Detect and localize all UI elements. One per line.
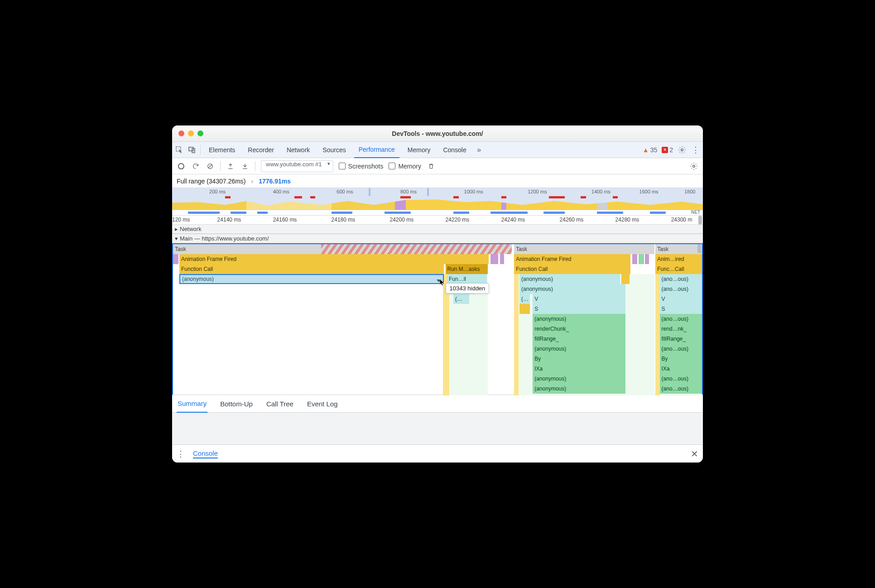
upload-button[interactable] [226,162,235,171]
tab-memory[interactable]: Memory [403,142,435,158]
flame-entry[interactable]: (anonymous) [519,274,620,284]
breadcrumb-current[interactable]: 1776.91ms [259,178,291,185]
scrollbar-thumb[interactable] [698,216,702,225]
net-bar [231,212,246,214]
tab-console[interactable]: Console [438,142,471,158]
screenshots-checkbox[interactable]: Screenshots [339,163,384,170]
warnings-badge[interactable]: ▲ 35 [643,146,657,154]
flame-animation-frame[interactable]: Anim…ired [655,254,702,264]
window-title: DevTools - www.youtube.com/ [172,130,703,137]
flame-entry[interactable]: (ano…ous) [660,344,702,354]
flame-function-call[interactable]: Func…Call [655,264,702,274]
drawer-console-tab[interactable]: Console [193,449,218,458]
overview-tick: 800 ms [400,189,417,194]
detail-tick: 24140 ms [217,217,241,223]
device-toggle-icon[interactable] [188,145,197,154]
tab-sources[interactable]: Sources [318,142,350,158]
settings-icon[interactable] [678,145,687,154]
network-track-head[interactable]: ▸ Network [172,225,703,234]
flame-entry[interactable]: (ano…ous) [660,284,702,294]
flame-entry[interactable]: V [533,294,625,304]
flame-entry[interactable]: renderChunk_ [533,324,625,334]
collect-garbage-button[interactable] [427,162,436,171]
flame-entry[interactable]: (ano…ous) [660,274,702,284]
detail-ruler[interactable]: 120 ms 24140 ms 24160 ms 24180 ms 24200 … [172,216,703,225]
kebab-icon[interactable]: ⋮ [691,145,700,154]
flame-entry[interactable]: IXa [533,364,625,374]
flame-entry[interactable]: (ano…ous) [660,384,702,394]
flame-chart[interactable]: Task Animation Frame Fired Function Call… [172,243,703,395]
flame-entry[interactable]: By [660,354,702,364]
timeline-overview[interactable]: 200 ms 400 ms 600 ms 800 ms 1000 ms 1200… [172,188,703,216]
tab-performance[interactable]: Performance [354,142,399,158]
flame-entry[interactable]: Fun…ll [447,274,487,284]
flame-animation-frame[interactable]: Animation Frame Fired [179,254,489,264]
tab-recorder[interactable]: Recorder [243,142,279,158]
flame-entry[interactable]: By [533,354,625,364]
tab-elements[interactable]: Elements [204,142,240,158]
flame-task-warn[interactable] [321,244,511,254]
errors-badge[interactable]: × 2 [662,146,673,154]
tab-call-tree[interactable]: Call Tree [265,395,294,413]
clear-button[interactable] [206,162,215,171]
flame-entry[interactable]: S [660,304,702,314]
flame-anonymous-selected[interactable]: (anonymous) [179,274,444,284]
flame-entry[interactable]: (anonymous) [519,284,625,294]
flame-entry[interactable]: IXa [660,364,702,374]
flame-function-call[interactable]: Function Call [514,264,630,274]
flame-entry[interactable] [645,254,649,264]
tab-network[interactable]: Network [282,142,314,158]
tab-event-log[interactable]: Event Log [306,395,339,413]
flame-entry[interactable]: (anonymous) [533,314,625,324]
hot-marker [400,196,411,198]
reload-button[interactable] [191,162,200,171]
flame-entry[interactable] [519,304,530,314]
flame-entry[interactable] [490,254,499,264]
capture-settings-icon[interactable] [689,162,698,171]
record-button[interactable] [177,162,186,171]
flame-entry[interactable]: (anonymous) [533,384,625,394]
checkbox-icon [339,163,346,169]
overflow-icon[interactable]: » [475,145,484,154]
flame-task[interactable]: Task [514,244,654,254]
flame-entry[interactable] [639,254,644,264]
breadcrumb-full[interactable]: Full range (34307.26ms) [177,178,246,185]
scrollbar-thumb[interactable] [697,244,701,253]
flame-entry[interactable] [632,254,638,264]
devtools-window: DevTools - www.youtube.com/ Elements Rec… [172,125,703,463]
flame-task[interactable]: Task [655,244,702,254]
main-track-head[interactable]: ▾ Main — https://www.youtube.com/ [172,234,703,243]
flame-entry[interactable]: (anonymous) [533,344,625,354]
cpu-wave [172,199,703,210]
tooltip: 10343 hidden [446,283,490,294]
flame-entry[interactable]: S [533,304,625,314]
flame-animation-frame[interactable]: Animation Frame Fired [514,254,630,264]
flame-entry[interactable]: (… [453,294,469,304]
flame-entry[interactable]: (anonymous) [533,374,625,384]
flame-entry[interactable]: rend…nk_ [660,324,702,334]
flame-entry[interactable] [173,254,178,264]
kebab-icon[interactable]: ⋮ [177,449,185,459]
tab-summary[interactable]: Summary [177,395,207,413]
flame-entry[interactable] [500,254,504,264]
flame-function-call[interactable]: Function Call [179,264,444,274]
flame-entry[interactable] [621,274,630,284]
flame-entry[interactable]: (ano…ous) [660,314,702,324]
flame-entry[interactable]: V [660,294,702,304]
flame-entry[interactable]: fillRange_ [533,334,625,344]
flame-entry[interactable]: (… [519,294,530,304]
chevron-right-icon: ▸ [175,226,178,232]
recording-select[interactable]: www.youtube.com #1 [261,160,333,172]
memory-checkbox[interactable]: Memory [389,163,421,170]
flame-entry[interactable]: fillRange_ [660,334,702,344]
tab-bottom-up[interactable]: Bottom-Up [219,395,254,413]
overview-tick: 600 ms [337,189,353,194]
flame-entry[interactable]: (ano…ous) [660,374,702,384]
inspect-icon[interactable] [175,145,184,154]
flame-run-microtasks[interactable]: Run M…asks [446,264,488,274]
close-icon[interactable]: ✕ [691,448,698,459]
download-button[interactable] [240,162,250,171]
drawer: ⋮ Console ✕ [172,444,703,463]
y-band [655,264,659,395]
overview-tick: 1800 [684,189,695,194]
